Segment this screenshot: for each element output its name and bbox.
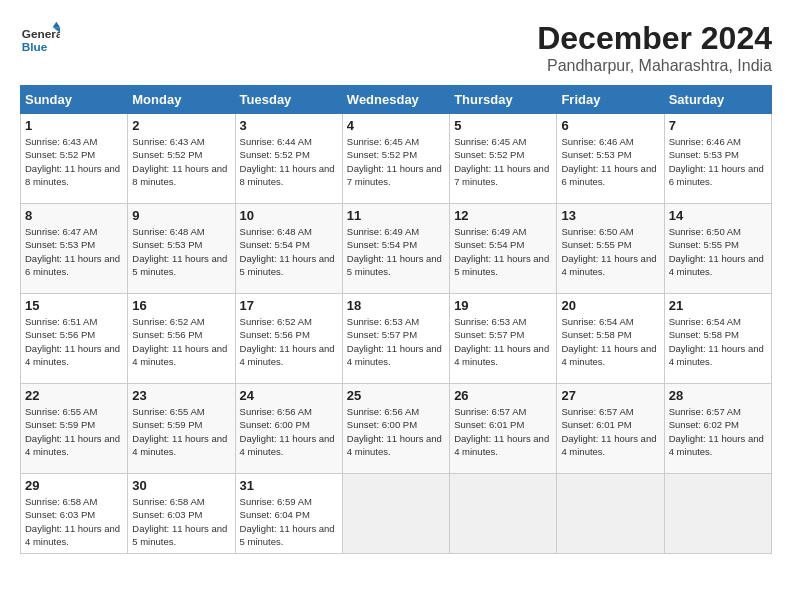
day-number: 19 bbox=[454, 298, 552, 313]
calendar-cell: 14Sunrise: 6:50 AM Sunset: 5:55 PM Dayli… bbox=[664, 204, 771, 294]
day-number: 10 bbox=[240, 208, 338, 223]
calendar-week-row: 22Sunrise: 6:55 AM Sunset: 5:59 PM Dayli… bbox=[21, 384, 772, 474]
day-info: Sunrise: 6:51 AM Sunset: 5:56 PM Dayligh… bbox=[25, 315, 123, 368]
day-info: Sunrise: 6:46 AM Sunset: 5:53 PM Dayligh… bbox=[669, 135, 767, 188]
calendar-cell: 3Sunrise: 6:44 AM Sunset: 5:52 PM Daylig… bbox=[235, 114, 342, 204]
title-block: December 2024 Pandharpur, Maharashtra, I… bbox=[537, 20, 772, 75]
calendar-cell: 21Sunrise: 6:54 AM Sunset: 5:58 PM Dayli… bbox=[664, 294, 771, 384]
calendar-cell: 17Sunrise: 6:52 AM Sunset: 5:56 PM Dayli… bbox=[235, 294, 342, 384]
day-info: Sunrise: 6:54 AM Sunset: 5:58 PM Dayligh… bbox=[669, 315, 767, 368]
day-number: 14 bbox=[669, 208, 767, 223]
day-info: Sunrise: 6:52 AM Sunset: 5:56 PM Dayligh… bbox=[240, 315, 338, 368]
day-header-friday: Friday bbox=[557, 86, 664, 114]
day-info: Sunrise: 6:48 AM Sunset: 5:54 PM Dayligh… bbox=[240, 225, 338, 278]
calendar-cell bbox=[342, 474, 449, 554]
day-number: 17 bbox=[240, 298, 338, 313]
day-number: 18 bbox=[347, 298, 445, 313]
calendar-cell: 30Sunrise: 6:58 AM Sunset: 6:03 PM Dayli… bbox=[128, 474, 235, 554]
day-info: Sunrise: 6:59 AM Sunset: 6:04 PM Dayligh… bbox=[240, 495, 338, 548]
logo: General Blue bbox=[20, 20, 64, 60]
day-info: Sunrise: 6:58 AM Sunset: 6:03 PM Dayligh… bbox=[25, 495, 123, 548]
day-number: 26 bbox=[454, 388, 552, 403]
day-number: 6 bbox=[561, 118, 659, 133]
day-info: Sunrise: 6:57 AM Sunset: 6:02 PM Dayligh… bbox=[669, 405, 767, 458]
day-number: 8 bbox=[25, 208, 123, 223]
day-info: Sunrise: 6:47 AM Sunset: 5:53 PM Dayligh… bbox=[25, 225, 123, 278]
calendar-cell: 27Sunrise: 6:57 AM Sunset: 6:01 PM Dayli… bbox=[557, 384, 664, 474]
calendar-cell: 31Sunrise: 6:59 AM Sunset: 6:04 PM Dayli… bbox=[235, 474, 342, 554]
calendar-cell: 8Sunrise: 6:47 AM Sunset: 5:53 PM Daylig… bbox=[21, 204, 128, 294]
svg-marker-2 bbox=[53, 22, 60, 27]
day-number: 11 bbox=[347, 208, 445, 223]
calendar-cell: 28Sunrise: 6:57 AM Sunset: 6:02 PM Dayli… bbox=[664, 384, 771, 474]
day-header-monday: Monday bbox=[128, 86, 235, 114]
day-number: 24 bbox=[240, 388, 338, 403]
calendar-week-row: 29Sunrise: 6:58 AM Sunset: 6:03 PM Dayli… bbox=[21, 474, 772, 554]
day-number: 13 bbox=[561, 208, 659, 223]
day-number: 9 bbox=[132, 208, 230, 223]
calendar-cell: 9Sunrise: 6:48 AM Sunset: 5:53 PM Daylig… bbox=[128, 204, 235, 294]
calendar-cell: 16Sunrise: 6:52 AM Sunset: 5:56 PM Dayli… bbox=[128, 294, 235, 384]
day-number: 2 bbox=[132, 118, 230, 133]
day-info: Sunrise: 6:58 AM Sunset: 6:03 PM Dayligh… bbox=[132, 495, 230, 548]
day-number: 20 bbox=[561, 298, 659, 313]
calendar-cell bbox=[664, 474, 771, 554]
calendar-cell: 29Sunrise: 6:58 AM Sunset: 6:03 PM Dayli… bbox=[21, 474, 128, 554]
calendar-cell: 23Sunrise: 6:55 AM Sunset: 5:59 PM Dayli… bbox=[128, 384, 235, 474]
calendar-table: SundayMondayTuesdayWednesdayThursdayFrid… bbox=[20, 85, 772, 554]
day-header-thursday: Thursday bbox=[450, 86, 557, 114]
day-number: 29 bbox=[25, 478, 123, 493]
day-info: Sunrise: 6:45 AM Sunset: 5:52 PM Dayligh… bbox=[347, 135, 445, 188]
day-info: Sunrise: 6:50 AM Sunset: 5:55 PM Dayligh… bbox=[669, 225, 767, 278]
calendar-cell: 10Sunrise: 6:48 AM Sunset: 5:54 PM Dayli… bbox=[235, 204, 342, 294]
calendar-cell: 20Sunrise: 6:54 AM Sunset: 5:58 PM Dayli… bbox=[557, 294, 664, 384]
calendar-cell: 5Sunrise: 6:45 AM Sunset: 5:52 PM Daylig… bbox=[450, 114, 557, 204]
day-number: 27 bbox=[561, 388, 659, 403]
day-header-wednesday: Wednesday bbox=[342, 86, 449, 114]
day-info: Sunrise: 6:43 AM Sunset: 5:52 PM Dayligh… bbox=[25, 135, 123, 188]
calendar-cell: 12Sunrise: 6:49 AM Sunset: 5:54 PM Dayli… bbox=[450, 204, 557, 294]
day-info: Sunrise: 6:57 AM Sunset: 6:01 PM Dayligh… bbox=[454, 405, 552, 458]
day-info: Sunrise: 6:49 AM Sunset: 5:54 PM Dayligh… bbox=[454, 225, 552, 278]
day-header-tuesday: Tuesday bbox=[235, 86, 342, 114]
calendar-cell bbox=[450, 474, 557, 554]
calendar-cell: 26Sunrise: 6:57 AM Sunset: 6:01 PM Dayli… bbox=[450, 384, 557, 474]
day-number: 7 bbox=[669, 118, 767, 133]
day-info: Sunrise: 6:44 AM Sunset: 5:52 PM Dayligh… bbox=[240, 135, 338, 188]
calendar-cell: 18Sunrise: 6:53 AM Sunset: 5:57 PM Dayli… bbox=[342, 294, 449, 384]
svg-text:Blue: Blue bbox=[22, 40, 48, 54]
day-info: Sunrise: 6:53 AM Sunset: 5:57 PM Dayligh… bbox=[347, 315, 445, 368]
calendar-subtitle: Pandharpur, Maharashtra, India bbox=[537, 57, 772, 75]
day-number: 5 bbox=[454, 118, 552, 133]
calendar-cell: 15Sunrise: 6:51 AM Sunset: 5:56 PM Dayli… bbox=[21, 294, 128, 384]
day-info: Sunrise: 6:50 AM Sunset: 5:55 PM Dayligh… bbox=[561, 225, 659, 278]
calendar-cell bbox=[557, 474, 664, 554]
day-number: 25 bbox=[347, 388, 445, 403]
calendar-week-row: 8Sunrise: 6:47 AM Sunset: 5:53 PM Daylig… bbox=[21, 204, 772, 294]
day-number: 31 bbox=[240, 478, 338, 493]
calendar-title: December 2024 bbox=[537, 20, 772, 57]
calendar-header-row: SundayMondayTuesdayWednesdayThursdayFrid… bbox=[21, 86, 772, 114]
calendar-cell: 6Sunrise: 6:46 AM Sunset: 5:53 PM Daylig… bbox=[557, 114, 664, 204]
day-number: 21 bbox=[669, 298, 767, 313]
day-number: 22 bbox=[25, 388, 123, 403]
day-number: 1 bbox=[25, 118, 123, 133]
day-info: Sunrise: 6:48 AM Sunset: 5:53 PM Dayligh… bbox=[132, 225, 230, 278]
page-header: General Blue December 2024 Pandharpur, M… bbox=[20, 20, 772, 75]
day-number: 4 bbox=[347, 118, 445, 133]
day-number: 23 bbox=[132, 388, 230, 403]
day-info: Sunrise: 6:55 AM Sunset: 5:59 PM Dayligh… bbox=[25, 405, 123, 458]
calendar-cell: 13Sunrise: 6:50 AM Sunset: 5:55 PM Dayli… bbox=[557, 204, 664, 294]
day-info: Sunrise: 6:45 AM Sunset: 5:52 PM Dayligh… bbox=[454, 135, 552, 188]
day-number: 15 bbox=[25, 298, 123, 313]
day-info: Sunrise: 6:54 AM Sunset: 5:58 PM Dayligh… bbox=[561, 315, 659, 368]
day-number: 3 bbox=[240, 118, 338, 133]
day-info: Sunrise: 6:56 AM Sunset: 6:00 PM Dayligh… bbox=[347, 405, 445, 458]
day-header-saturday: Saturday bbox=[664, 86, 771, 114]
calendar-cell: 19Sunrise: 6:53 AM Sunset: 5:57 PM Dayli… bbox=[450, 294, 557, 384]
calendar-cell: 22Sunrise: 6:55 AM Sunset: 5:59 PM Dayli… bbox=[21, 384, 128, 474]
day-info: Sunrise: 6:56 AM Sunset: 6:00 PM Dayligh… bbox=[240, 405, 338, 458]
day-number: 30 bbox=[132, 478, 230, 493]
day-info: Sunrise: 6:46 AM Sunset: 5:53 PM Dayligh… bbox=[561, 135, 659, 188]
day-header-sunday: Sunday bbox=[21, 86, 128, 114]
